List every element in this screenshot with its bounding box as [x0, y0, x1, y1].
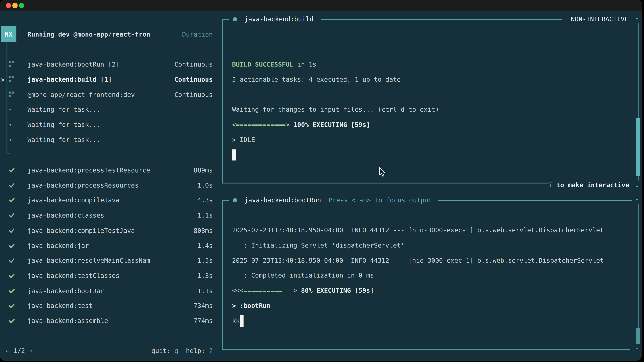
- task-label: java-backend:testClasses: [28, 272, 120, 279]
- sidebar-footer: ← 1/2 → quit: q help: ?: [0, 346, 213, 356]
- spinner-icon: [8, 76, 10, 78]
- task-duration: 1.3s: [198, 272, 213, 279]
- page-next-icon[interactable]: →: [29, 347, 32, 355]
- task-label: java-backend:classes: [28, 212, 104, 219]
- pane-border-left: [222, 19, 223, 184]
- completed-task-row[interactable]: java-backend:testClasses1.3s: [0, 268, 213, 283]
- page-prev-icon[interactable]: ←: [6, 347, 10, 355]
- completed-task-row[interactable]: java-backend:compileTestJava808ms: [0, 223, 213, 238]
- task-label: java-backend:bootJar: [28, 287, 104, 295]
- log-line: : Initializing Servlet 'dispatcherServle…: [232, 240, 404, 251]
- check-icon: [9, 212, 15, 218]
- task-duration: 889ms: [194, 167, 213, 174]
- running-task-row[interactable]: Waiting for task...: [0, 117, 213, 133]
- quit-key: q: [174, 347, 178, 355]
- task-label: java-backend:compileTestJava: [28, 227, 135, 234]
- running-task-row[interactable]: >java-backend:build [1]Continuous: [0, 72, 213, 87]
- dot-icon: [10, 124, 11, 126]
- progress-open-bracket: <: [232, 121, 236, 128]
- header-rule: [321, 19, 562, 20]
- task-label: java-backend:bootRun [2]: [28, 61, 120, 68]
- running-task-row[interactable]: Waiting for task...: [0, 132, 213, 148]
- check-icon: [9, 197, 15, 203]
- pane-border: [222, 200, 229, 201]
- minimize-button[interactable]: [12, 3, 18, 8]
- task-group-bracket-foot: [6, 153, 10, 154]
- log-line: : Completed initialization in 0 ms: [232, 270, 374, 281]
- task-status-dot: [233, 17, 237, 21]
- interactive-hint-text: to make interactive: [552, 181, 629, 189]
- task-status: Continuous: [174, 91, 213, 98]
- task-duration: 774ms: [194, 317, 213, 325]
- progress-fill-bar: =============: [236, 121, 286, 128]
- scroll-up-icon[interactable]: ↑: [633, 14, 641, 25]
- check-icon: [9, 317, 15, 323]
- gradle-progress-line: <=============> 100% EXECUTING [59s]: [232, 119, 370, 130]
- running-task-row[interactable]: @mono-app/react-frontend:devContinuous: [0, 87, 213, 102]
- completed-task-row[interactable]: java-backend:compileJava4.3s: [0, 193, 213, 208]
- help-label: help:: [186, 347, 209, 355]
- stdin-input-text[interactable]: kk: [232, 316, 240, 326]
- scroll-up-icon[interactable]: ↑: [633, 195, 641, 206]
- log-line: 2025-07-23T13:40:18.950-04:00 INFO 44312…: [232, 255, 604, 266]
- task-duration: 1.1s: [198, 212, 213, 219]
- task-label: java-backend:resolveMainClassNam: [28, 257, 150, 265]
- completed-task-row[interactable]: java-backend:processResources1.0s: [0, 178, 213, 193]
- header-rule: [438, 200, 632, 201]
- completed-task-row[interactable]: java-backend:test734ms: [0, 298, 213, 314]
- pane-border-bottom: [222, 349, 630, 350]
- task-label: Waiting for task...: [28, 106, 100, 113]
- scrollbar-track[interactable]: [638, 204, 639, 341]
- scroll-down-icon[interactable]: ↓: [633, 342, 641, 352]
- task-label: java-backend:assemble: [28, 317, 108, 325]
- task-status: Continuous: [174, 61, 213, 68]
- dot-icon: [10, 139, 11, 141]
- task-duration: 1.0s: [198, 182, 213, 189]
- waiting-for-changes-line: Waiting for changes to input files... (c…: [232, 104, 439, 115]
- selected-task-arrow: >: [0, 75, 4, 84]
- task-status-dot: [233, 198, 237, 202]
- spinner-icon: [8, 61, 10, 63]
- completed-task-row[interactable]: java-backend:assemble774ms: [0, 313, 213, 329]
- pane-border: [222, 19, 229, 20]
- non-interactive-badge: NON-INTERACTIVE: [571, 14, 628, 25]
- task-label: java-backend:build [1]: [28, 76, 112, 83]
- maximize-button[interactable]: [18, 3, 24, 8]
- interactive-hint-key: i: [549, 181, 552, 189]
- nx-logo: NX: [1, 26, 16, 42]
- terminal-cursor: [232, 149, 236, 160]
- task-label: java-backend:test: [28, 302, 93, 310]
- help-key: ?: [209, 347, 213, 355]
- progress-label: 80% EXECUTING [59s]: [297, 287, 374, 294]
- task-label: java-backend:processResources: [28, 182, 139, 189]
- scroll-down-icon[interactable]: ↓: [633, 180, 641, 191]
- progress-close-bracket: >: [286, 121, 290, 128]
- make-interactive-hint: i to make interactive: [549, 180, 629, 191]
- completed-task-row[interactable]: java-backend:processTestResource889ms: [0, 163, 213, 178]
- check-icon: [9, 272, 15, 278]
- scrollbar-thumb[interactable]: [636, 118, 640, 176]
- completed-task-row[interactable]: java-backend:bootJar1.1s: [0, 283, 213, 299]
- check-icon: [9, 182, 15, 188]
- completed-task-row[interactable]: java-backend:resolveMainClassNam1.5s: [0, 253, 213, 268]
- task-label: java-backend:compileJava: [28, 197, 120, 204]
- pane-title: java-backend:bootRun: [244, 195, 321, 206]
- duration-column-header: Duration: [182, 29, 213, 40]
- check-icon: [9, 302, 15, 308]
- progress-open-bracket: <<<: [232, 287, 244, 294]
- completed-task-row[interactable]: java-backend:jar1.4s: [0, 238, 213, 253]
- pager: ← 1/2 →: [6, 346, 32, 356]
- pane-border-bottom: [222, 183, 549, 184]
- window-titlebar[interactable]: [0, 0, 642, 11]
- task-duration: 4.3s: [198, 197, 213, 204]
- completed-task-row[interactable]: java-backend:classes1.1s: [0, 208, 213, 223]
- close-button[interactable]: [6, 3, 11, 8]
- prompt-line: > :bootRun: [232, 301, 270, 311]
- gradle-progress-line: <<<==========---> 80% EXECUTING [59s]: [232, 285, 374, 296]
- mouse-pointer: [379, 167, 386, 177]
- running-task-row[interactable]: Waiting for task...: [0, 102, 213, 117]
- task-status: Continuous: [174, 76, 213, 83]
- pane-title: java-backend:build: [244, 14, 313, 25]
- running-task-row[interactable]: java-backend:bootRun [2]Continuous: [0, 57, 213, 72]
- task-label: java-backend:jar: [28, 242, 89, 249]
